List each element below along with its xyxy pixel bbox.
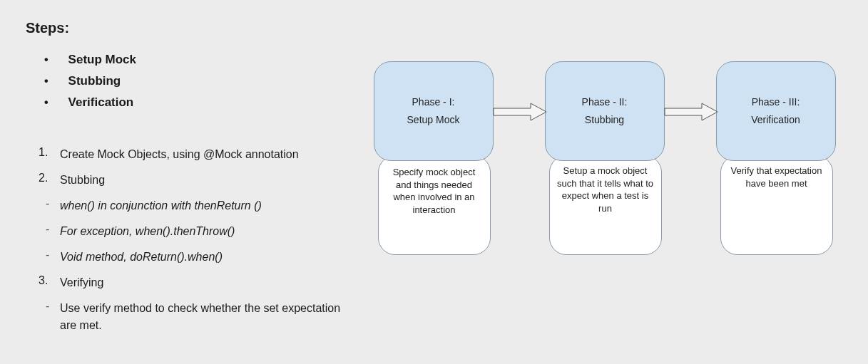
arrow-icon xyxy=(492,101,548,123)
dash-icon: - xyxy=(43,197,60,214)
phase-1-box: Phase - I: Setup Mock xyxy=(374,61,494,161)
numbered-list: 1. Create Mock Objects, using @Mock anno… xyxy=(39,142,354,338)
dash-icon: - xyxy=(43,223,60,240)
phase-1-group: Phase - I: Setup Mock Specify mock objec… xyxy=(374,61,495,255)
step-2: 2. Stubbing xyxy=(39,167,354,193)
bullet-item-verification: Verification xyxy=(44,92,354,113)
phase-subtitle: Setup Mock xyxy=(407,111,460,129)
phase-title: Phase - III: xyxy=(752,93,800,111)
step-1: 1. Create Mock Objects, using @Mock anno… xyxy=(39,142,354,167)
phase-3-desc: Verify that expectation have been met xyxy=(720,155,833,255)
phase-subtitle: Stubbing xyxy=(585,111,624,129)
step-text: Create Mock Objects, using @Mock annotat… xyxy=(60,146,299,163)
steps-heading: Steps: xyxy=(26,20,354,36)
bullet-list: Setup Mock Stubbing Verification xyxy=(44,49,354,113)
bullet-text: Stubbing xyxy=(68,74,121,88)
substep-doreturn: - Void method, doReturn().when() xyxy=(39,244,354,270)
step-text: Stubbing xyxy=(60,172,105,189)
phase-2-desc: Setup a mock object such that it tells w… xyxy=(549,155,662,255)
phase-1-desc: Specify mock object and things needed wh… xyxy=(378,155,491,255)
phase-3-box: Phase - III: Verification xyxy=(716,61,836,161)
phase-3-group: Phase - III: Verification Verify that ex… xyxy=(716,61,837,255)
dash-icon: - xyxy=(43,249,60,266)
dash-icon: - xyxy=(43,300,60,334)
text-column: Steps: Setup Mock Stubbing Verification … xyxy=(26,20,354,344)
step-number: 3. xyxy=(39,274,60,291)
arrow-icon xyxy=(663,101,719,123)
bullet-item-setup-mock: Setup Mock xyxy=(44,49,354,71)
substep-text: Use verify method to check whether the s… xyxy=(60,300,354,334)
bullet-item-stubbing: Stubbing xyxy=(44,71,354,92)
phase-2-box: Phase - II: Stubbing xyxy=(545,61,665,161)
step-number: 1. xyxy=(39,146,60,163)
substep-verify: - Use verify method to check whether the… xyxy=(39,296,354,338)
step-text: Verifying xyxy=(60,274,103,291)
substep-text: when() in conjunction with thenReturn () xyxy=(60,197,262,214)
phase-title: Phase - I: xyxy=(412,93,455,111)
substep-when-thenreturn: - when() in conjunction with thenReturn … xyxy=(39,193,354,219)
substep-thenthrow: - For exception, when().thenThrow() xyxy=(39,219,354,244)
bullet-text: Setup Mock xyxy=(68,53,136,67)
phase-title: Phase - II: xyxy=(582,93,628,111)
substep-text: Void method, doReturn().when() xyxy=(60,249,223,266)
step-3: 3. Verifying xyxy=(39,270,354,296)
phase-2-group: Phase - II: Stubbing Setup a mock object… xyxy=(545,61,666,255)
phase-subtitle: Verification xyxy=(751,111,800,129)
diagram-column: Phase - I: Setup Mock Specify mock objec… xyxy=(368,20,842,344)
bullet-text: Verification xyxy=(68,95,134,110)
diagram-row: Phase - I: Setup Mock Specify mock objec… xyxy=(374,61,837,255)
substep-text: For exception, when().thenThrow() xyxy=(60,223,235,240)
step-number: 2. xyxy=(39,172,60,189)
